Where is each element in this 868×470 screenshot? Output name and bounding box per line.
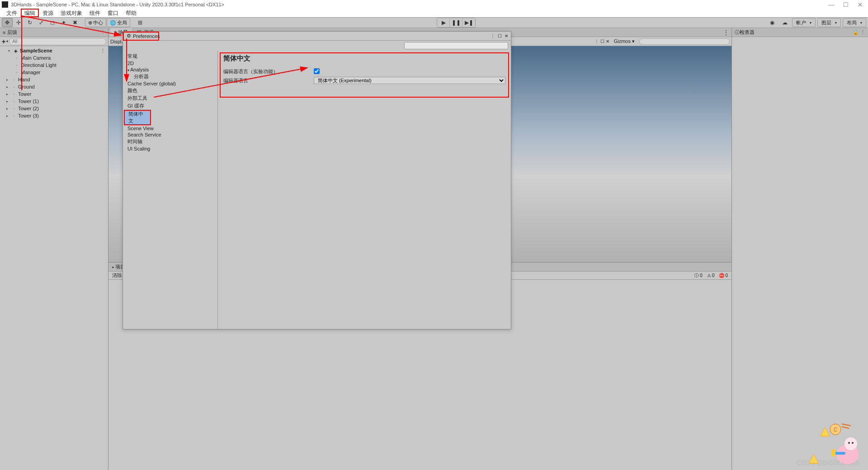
gameobject-icon: ▫: [11, 91, 17, 97]
menu-window[interactable]: 窗口: [104, 9, 122, 17]
cloud-icon[interactable]: ☁: [779, 18, 790, 27]
tree-item[interactable]: ▸▫Hand: [0, 76, 108, 83]
warning-count[interactable]: ⚠0: [705, 273, 717, 278]
sidebar-item-uiscaling[interactable]: UI Scaling: [123, 146, 217, 152]
prefs-search-row: [123, 41, 511, 51]
dropdown-icon[interactable]: ▾: [6, 39, 8, 43]
sidebar-item-searchservice[interactable]: Search Service: [123, 132, 217, 138]
warning-icon: ⚠: [707, 273, 711, 278]
info-count[interactable]: ⓘ0: [693, 273, 704, 279]
layers-dropdown[interactable]: 图层: [817, 18, 841, 27]
svg-text:C: C: [834, 427, 838, 433]
step-icon[interactable]: ▶❚: [462, 18, 475, 27]
item-menu-icon[interactable]: ⋮: [100, 48, 108, 54]
tree-item[interactable]: ▫Directional Light: [0, 61, 108, 69]
hand-tool-icon[interactable]: ✥: [2, 18, 13, 27]
expand-arrow-icon[interactable]: ▸: [6, 99, 11, 103]
layout-dropdown[interactable]: 布局: [843, 18, 866, 27]
account-dropdown[interactable]: 帐户: [792, 18, 816, 27]
clear-button[interactable]: 清除: [110, 272, 124, 279]
svg-line-12: [842, 424, 851, 426]
gameobject-icon: ▫: [11, 105, 17, 112]
sidebar-item-timeline[interactable]: 时间轴: [123, 138, 217, 146]
editor-language-select[interactable]: 简体中文 (Experimental): [314, 77, 505, 84]
tab-menu-icon[interactable]: ⋮: [723, 29, 731, 36]
scale-tool-icon[interactable]: ⤢: [36, 18, 47, 27]
play-icon[interactable]: ▶: [437, 18, 450, 27]
sidebar-item-cacheserver[interactable]: Cache Server (global): [123, 80, 217, 87]
expand-arrow-icon[interactable]: ▾: [8, 49, 13, 53]
hierarchy-search-input[interactable]: [9, 38, 106, 45]
preferences-titlebar[interactable]: ⚙ Preferences: [123, 32, 159, 41]
info-icon: ⓘ: [694, 273, 699, 279]
add-icon[interactable]: +: [2, 38, 5, 45]
tab-menu-icon[interactable]: ⋮: [100, 29, 105, 35]
prefs-sidebar: 常规 2D ▾Analysis 分析器 Cache Server (global…: [123, 51, 218, 329]
menu-edit[interactable]: 编辑: [21, 9, 39, 17]
expand-arrow-icon[interactable]: ▸: [6, 85, 11, 89]
scene-search-input[interactable]: [639, 38, 730, 45]
expand-arrow-icon[interactable]: ▸: [6, 92, 11, 96]
rect-tool-icon[interactable]: ◻: [47, 18, 58, 27]
sidebar-item-sceneview[interactable]: Scene View: [123, 125, 217, 132]
svg-rect-10: [834, 452, 845, 455]
sidebar-item-general[interactable]: 常规: [123, 52, 217, 60]
menubar: 文件 编辑 资源 游戏对象 组件 窗口 帮助: [0, 9, 868, 17]
tree-item[interactable]: ▸▫Tower: [0, 90, 108, 98]
win-restore-icon[interactable]: ⋮ ☐ ✕: [594, 39, 609, 44]
snap-tool-icon[interactable]: ⊞: [135, 18, 146, 27]
tree-item[interactable]: ▫Main Camera: [0, 54, 108, 61]
maximize-icon[interactable]: ☐: [843, 1, 849, 8]
prefs-search-input[interactable]: [404, 42, 508, 49]
sidebar-item-analysis[interactable]: ▾Analysis: [123, 66, 217, 73]
preferences-window: ⚙ Preferences ⋮ ☐ ✕ 常规 2D ▾Analysis 分析器 …: [123, 31, 511, 329]
popout-icon[interactable]: ☐: [498, 33, 502, 38]
lock-icon[interactable]: 🔒 ⋮: [853, 29, 865, 35]
collab-icon[interactable]: ◉: [767, 18, 778, 27]
tree-item[interactable]: ▸▫Tower (2): [0, 105, 108, 112]
menu-help[interactable]: 帮助: [122, 9, 140, 17]
sidebar-item-colors[interactable]: 颜色: [123, 87, 217, 94]
prefs-row-experimental: 编辑器语言（实验功能）: [223, 67, 505, 75]
scene-icon: #: [114, 30, 117, 35]
scene-root[interactable]: ▾ ◈ SampleScene ⋮: [0, 47, 108, 54]
tree-item[interactable]: ▸▫Ground: [0, 83, 108, 90]
gizmos-dropdown[interactable]: Gizmos ▾: [611, 38, 637, 44]
sidebar-item-2d[interactable]: 2D: [123, 60, 217, 66]
menu-component[interactable]: 组件: [86, 9, 104, 17]
pivot-global-button[interactable]: 🌐 全局: [107, 18, 130, 27]
window-title: 3DHands - SampleScene - PC, Mac & Linux …: [11, 2, 224, 7]
expand-arrow-icon[interactable]: ▸: [6, 78, 11, 82]
editor-language-experimental-checkbox[interactable]: [314, 68, 320, 74]
gameobject-icon: ▫: [11, 113, 17, 119]
custom-tool-icon[interactable]: ✖: [70, 18, 80, 27]
hierarchy-tab[interactable]: ≡ 层级 ⋮: [0, 28, 108, 37]
move-tool-icon[interactable]: ✢: [13, 18, 24, 27]
close-icon[interactable]: ✕: [858, 1, 863, 8]
pivot-center-button[interactable]: ⊕ 中心: [85, 18, 106, 27]
gameobject-icon: ▫: [14, 55, 20, 61]
sidebar-item-gicache[interactable]: GI 缓存: [123, 102, 217, 110]
menu-file[interactable]: 文件: [3, 9, 21, 17]
tab-menu-icon[interactable]: ⋮: [491, 33, 495, 38]
error-count[interactable]: ⛔0: [717, 273, 730, 278]
expand-arrow-icon[interactable]: ▸: [6, 107, 11, 111]
tree-item[interactable]: ▸▫Tower (1): [0, 98, 108, 105]
rotate-tool-icon[interactable]: ↻: [24, 18, 35, 27]
sidebar-item-profiler[interactable]: 分析器: [123, 73, 217, 80]
close-icon[interactable]: ✕: [505, 33, 508, 38]
menu-gameobject[interactable]: 游戏对象: [57, 9, 86, 17]
transform-tool-icon[interactable]: ✦: [58, 18, 69, 27]
gear-icon: ⚙: [127, 33, 131, 39]
tree-item[interactable]: ▫Manager: [0, 69, 108, 76]
sidebar-item-externaltools[interactable]: 外部工具: [123, 94, 217, 102]
pause-icon[interactable]: ❚❚: [450, 18, 462, 27]
inspector-tab[interactable]: ⓘ 检查器 🔒 ⋮: [732, 28, 868, 37]
expand-arrow-icon[interactable]: ▸: [6, 114, 11, 118]
minimize-icon[interactable]: —: [828, 1, 834, 8]
menu-assets[interactable]: 资源: [39, 9, 57, 17]
unity-scene-icon: ◈: [13, 47, 19, 54]
tree-item[interactable]: ▸▫Tower (3): [0, 112, 108, 119]
sidebar-item-language[interactable]: 简体中文: [124, 110, 151, 125]
prefs-content: 简体中文 编辑器语言（实验功能） 编辑器语言 简体中文 (Experimenta…: [218, 51, 511, 329]
